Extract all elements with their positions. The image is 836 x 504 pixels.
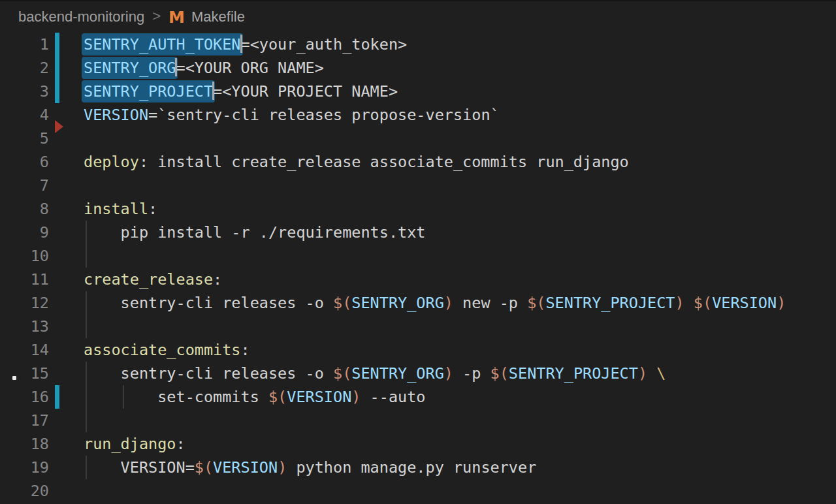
code-token[interactable]: $(: [527, 294, 545, 312]
code-token[interactable]: ): [278, 458, 287, 477]
code-text[interactable]: SENTRY_AUTH_TOKEN=<your_auth_token>: [84, 33, 407, 56]
code-token[interactable]: $(: [195, 458, 213, 477]
code-token[interactable]: :: [241, 341, 250, 359]
code-token[interactable]: =<YOUR PROJECT NAME>: [213, 82, 398, 101]
code-line[interactable]: 5: [0, 127, 836, 150]
code-token[interactable]: :: [176, 435, 185, 453]
code-token[interactable]: ): [351, 388, 361, 406]
line-number[interactable]: 5: [0, 127, 49, 150]
code-token[interactable]: --auto: [361, 388, 425, 406]
code-token[interactable]: SENTRY_ORG: [351, 364, 443, 383]
line-number[interactable]: 1: [0, 33, 49, 56]
breadcrumb-folder[interactable]: backend-monitoring: [18, 8, 144, 25]
code-token[interactable]: -p: [453, 364, 490, 383]
code-token[interactable]: $(: [333, 364, 351, 383]
line-number[interactable]: 20: [0, 479, 49, 503]
code-text[interactable]: deploy: install create_release associate…: [84, 150, 629, 174]
line-number[interactable]: 9: [0, 221, 49, 244]
line-number[interactable]: 12: [0, 291, 49, 315]
code-token[interactable]: SENTRY_PROJECT: [545, 294, 675, 312]
code-token[interactable]: $(: [268, 388, 287, 406]
code-line[interactable]: 10: [0, 244, 836, 268]
code-token[interactable]: create_release: [84, 270, 213, 289]
code-text[interactable]: SENTRY_ORG=<YOUR ORG NAME>: [84, 56, 324, 80]
code-token[interactable]: ): [444, 364, 453, 383]
code-token[interactable]: =<YOUR ORG NAME>: [176, 59, 323, 77]
code-text[interactable]: set-commits $(VERSION) --auto: [84, 385, 426, 409]
line-number[interactable]: 11: [0, 268, 49, 291]
line-number[interactable]: 8: [0, 197, 49, 221]
code-token[interactable]: $(: [490, 364, 509, 383]
code-line[interactable]: 11create_release:: [0, 268, 836, 291]
code-token[interactable]: $(: [333, 294, 351, 312]
code-line[interactable]: 12 sentry-cli releases -o $(SENTRY_ORG) …: [0, 291, 836, 315]
code-token[interactable]: : install create_release associate_commi…: [139, 153, 629, 171]
code-line[interactable]: 15 sentry-cli releases -o $(SENTRY_ORG) …: [0, 362, 836, 385]
code-token[interactable]: =<your_auth_token>: [241, 35, 408, 54]
code-line[interactable]: 17: [0, 409, 836, 432]
code-token[interactable]: ): [777, 294, 786, 312]
selected-token[interactable]: SENTRY_AUTH_TOKEN: [82, 33, 243, 55]
line-number[interactable]: 19: [0, 456, 49, 479]
code-line[interactable]: 9 pip install -r ./requirements.txt: [0, 221, 836, 244]
code-editor[interactable]: 1SENTRY_AUTH_TOKEN=<your_auth_token>2SEN…: [0, 33, 836, 503]
code-text[interactable]: create_release:: [84, 268, 222, 291]
breadcrumb-file[interactable]: Makefile: [191, 8, 245, 25]
code-token[interactable]: :: [213, 270, 222, 289]
code-text[interactable]: sentry-cli releases -o $(SENTRY_ORG) new…: [84, 291, 786, 315]
code-token[interactable]: deploy: [84, 153, 139, 171]
line-number[interactable]: 18: [0, 432, 49, 456]
code-text[interactable]: sentry-cli releases -o $(SENTRY_ORG) -p …: [84, 362, 666, 385]
code-text[interactable]: associate_commits:: [84, 338, 250, 362]
code-token[interactable]: VERSION: [712, 294, 777, 312]
code-token[interactable]: python manage.py runserver: [287, 458, 536, 477]
code-line[interactable]: 2SENTRY_ORG=<YOUR ORG NAME>: [0, 56, 836, 80]
code-token[interactable]: $(: [694, 294, 712, 312]
line-number[interactable]: 4: [0, 103, 49, 127]
code-line[interactable]: 7: [0, 174, 836, 197]
code-token[interactable]: set-commits: [84, 388, 268, 406]
code-line[interactable]: 4VERSION=`sentry-cli releases propose-ve…: [0, 103, 836, 127]
code-text[interactable]: pip install -r ./requirements.txt: [84, 221, 425, 244]
code-token[interactable]: SENTRY_PROJECT: [509, 364, 638, 383]
code-token[interactable]: sentry-cli releases -o: [84, 294, 333, 312]
code-line[interactable]: 20: [0, 479, 836, 503]
code-token[interactable]: :: [148, 200, 157, 218]
line-number[interactable]: 15: [0, 362, 49, 385]
line-number[interactable]: 17: [0, 409, 49, 432]
code-line[interactable]: 13: [0, 315, 836, 338]
code-line[interactable]: 16 set-commits $(VERSION) --auto: [0, 385, 836, 409]
line-number[interactable]: 10: [0, 244, 49, 268]
code-token[interactable]: VERSION: [213, 458, 278, 477]
line-number[interactable]: 14: [0, 338, 49, 362]
code-line[interactable]: 8install:: [0, 197, 836, 221]
code-text[interactable]: VERSION=$(VERSION) python manage.py runs…: [84, 456, 536, 479]
code-token[interactable]: [684, 294, 694, 312]
code-token[interactable]: \: [656, 364, 666, 383]
code-line[interactable]: 18run_django:: [0, 432, 836, 456]
code-token[interactable]: [647, 364, 656, 383]
code-token[interactable]: install: [84, 200, 148, 218]
code-token[interactable]: pip install -r ./requirements.txt: [84, 223, 425, 242]
code-text[interactable]: VERSION=`sentry-cli releases propose-ver…: [84, 103, 500, 127]
code-token[interactable]: ): [675, 294, 684, 312]
selected-token[interactable]: SENTRY_ORG: [82, 57, 178, 79]
code-token[interactable]: sentry-cli releases -o: [84, 364, 333, 383]
line-number[interactable]: 6: [0, 150, 49, 174]
code-text[interactable]: install:: [84, 197, 157, 221]
code-line[interactable]: 1SENTRY_AUTH_TOKEN=<your_auth_token>: [0, 33, 836, 56]
code-line[interactable]: 3SENTRY_PROJECT=<YOUR PROJECT NAME>: [0, 80, 836, 103]
code-token[interactable]: ): [444, 294, 453, 312]
code-line[interactable]: 6deploy: install create_release associat…: [0, 150, 836, 174]
code-token[interactable]: VERSION: [287, 388, 351, 406]
code-token[interactable]: =`sentry-cli releases propose-version`: [148, 106, 500, 124]
code-token[interactable]: SENTRY_ORG: [351, 294, 443, 312]
line-number[interactable]: 2: [0, 56, 49, 80]
code-text[interactable]: SENTRY_PROJECT=<YOUR PROJECT NAME>: [84, 80, 398, 103]
code-line[interactable]: 19 VERSION=$(VERSION) python manage.py r…: [0, 456, 836, 479]
selected-token[interactable]: SENTRY_PROJECT: [82, 80, 215, 102]
code-token[interactable]: ): [638, 364, 647, 383]
code-token[interactable]: run_django: [84, 435, 176, 453]
line-number[interactable]: 7: [0, 174, 49, 197]
code-token[interactable]: VERSION=: [84, 458, 195, 477]
